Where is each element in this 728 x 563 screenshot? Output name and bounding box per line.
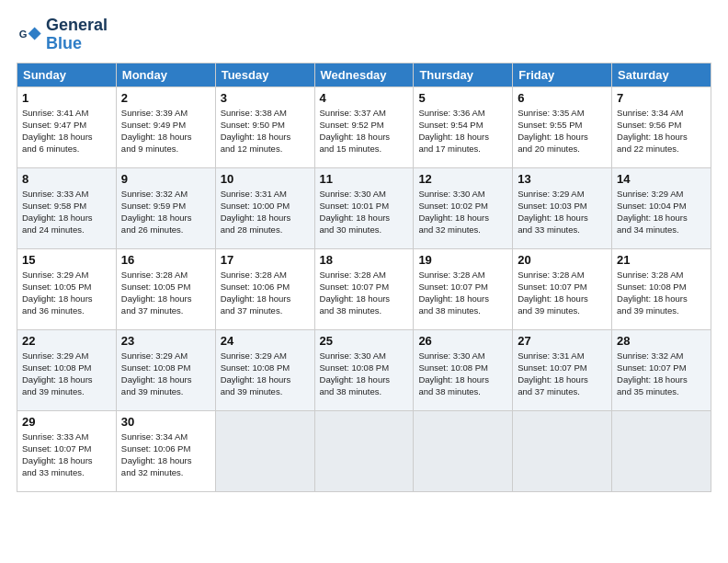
- day-number: 5: [418, 91, 507, 105]
- calendar-cell: 25Sunrise: 3:30 AMSunset: 10:08 PMDaylig…: [314, 329, 414, 410]
- calendar-week-row: 1Sunrise: 3:41 AMSunset: 9:47 PMDaylight…: [17, 86, 711, 167]
- calendar-cell: 22Sunrise: 3:29 AMSunset: 10:08 PMDaylig…: [17, 329, 117, 410]
- calendar-cell: 23Sunrise: 3:29 AMSunset: 10:08 PMDaylig…: [116, 329, 215, 410]
- calendar-header-wednesday: Wednesday: [314, 63, 414, 86]
- cell-info: Sunrise: 3:33 AMSunset: 10:07 PMDaylight…: [22, 431, 111, 479]
- day-number: 17: [221, 253, 310, 267]
- calendar-header-tuesday: Tuesday: [215, 63, 314, 86]
- calendar-header-friday: Friday: [513, 63, 612, 86]
- day-number: 26: [418, 334, 507, 348]
- calendar-cell: [414, 410, 513, 491]
- cell-info: Sunrise: 3:31 AMSunset: 10:07 PMDaylight…: [518, 350, 607, 398]
- cell-info: Sunrise: 3:31 AMSunset: 10:00 PMDaylight…: [221, 188, 310, 236]
- cell-info: Sunrise: 3:29 AMSunset: 10:04 PMDaylight…: [617, 188, 706, 236]
- calendar-cell: 24Sunrise: 3:29 AMSunset: 10:08 PMDaylig…: [215, 329, 314, 410]
- calendar-cell: 5Sunrise: 3:36 AMSunset: 9:54 PMDaylight…: [414, 86, 513, 167]
- cell-info: Sunrise: 3:29 AMSunset: 10:08 PMDaylight…: [221, 350, 310, 398]
- calendar-cell: 12Sunrise: 3:30 AMSunset: 10:02 PMDaylig…: [414, 167, 513, 248]
- cell-info: Sunrise: 3:32 AMSunset: 9:59 PMDaylight:…: [121, 188, 210, 236]
- cell-info: Sunrise: 3:28 AMSunset: 10:05 PMDaylight…: [121, 269, 210, 317]
- svg-text:G: G: [19, 29, 28, 40]
- cell-info: Sunrise: 3:41 AMSunset: 9:47 PMDaylight:…: [22, 107, 111, 155]
- day-number: 21: [617, 253, 706, 267]
- calendar-cell: 18Sunrise: 3:28 AMSunset: 10:07 PMDaylig…: [314, 248, 414, 329]
- logo-text: General Blue: [46, 17, 108, 53]
- calendar-cell: 19Sunrise: 3:28 AMSunset: 10:07 PMDaylig…: [414, 248, 513, 329]
- day-number: 2: [121, 91, 210, 105]
- cell-info: Sunrise: 3:30 AMSunset: 10:01 PMDaylight…: [320, 188, 409, 236]
- day-number: 4: [320, 91, 409, 105]
- cell-info: Sunrise: 3:30 AMSunset: 10:02 PMDaylight…: [418, 188, 507, 236]
- day-number: 28: [617, 334, 706, 348]
- cell-info: Sunrise: 3:39 AMSunset: 9:49 PMDaylight:…: [121, 107, 210, 155]
- calendar-cell: 14Sunrise: 3:29 AMSunset: 10:04 PMDaylig…: [612, 167, 711, 248]
- day-number: 7: [617, 91, 706, 105]
- cell-info: Sunrise: 3:33 AMSunset: 9:58 PMDaylight:…: [22, 188, 111, 236]
- day-number: 20: [518, 253, 607, 267]
- calendar-cell: 7Sunrise: 3:34 AMSunset: 9:56 PMDaylight…: [612, 86, 711, 167]
- cell-info: Sunrise: 3:29 AMSunset: 10:08 PMDaylight…: [22, 350, 111, 398]
- calendar-cell: 9Sunrise: 3:32 AMSunset: 9:59 PMDaylight…: [116, 167, 215, 248]
- calendar-cell: 29Sunrise: 3:33 AMSunset: 10:07 PMDaylig…: [17, 410, 117, 491]
- calendar-week-row: 15Sunrise: 3:29 AMSunset: 10:05 PMDaylig…: [17, 248, 711, 329]
- calendar-table: SundayMondayTuesdayWednesdayThursdayFrid…: [17, 63, 711, 492]
- cell-info: Sunrise: 3:28 AMSunset: 10:07 PMDaylight…: [518, 269, 607, 317]
- day-number: 23: [121, 334, 210, 348]
- calendar-cell: [314, 410, 414, 491]
- day-number: 6: [518, 91, 607, 105]
- calendar-cell: [215, 410, 314, 491]
- cell-info: Sunrise: 3:34 AMSunset: 9:56 PMDaylight:…: [617, 107, 706, 155]
- day-number: 25: [320, 334, 409, 348]
- day-number: 14: [617, 172, 706, 186]
- calendar-cell: 26Sunrise: 3:30 AMSunset: 10:08 PMDaylig…: [414, 329, 513, 410]
- calendar-cell: 15Sunrise: 3:29 AMSunset: 10:05 PMDaylig…: [17, 248, 117, 329]
- cell-info: Sunrise: 3:38 AMSunset: 9:50 PMDaylight:…: [221, 107, 310, 155]
- calendar-header-monday: Monday: [116, 63, 215, 86]
- calendar-cell: 16Sunrise: 3:28 AMSunset: 10:05 PMDaylig…: [116, 248, 215, 329]
- cell-info: Sunrise: 3:37 AMSunset: 9:52 PMDaylight:…: [320, 107, 409, 155]
- day-number: 1: [22, 91, 111, 105]
- day-number: 30: [121, 415, 210, 429]
- cell-info: Sunrise: 3:30 AMSunset: 10:08 PMDaylight…: [320, 350, 409, 398]
- day-number: 19: [418, 253, 507, 267]
- logo-icon: G: [17, 22, 42, 48]
- cell-info: Sunrise: 3:29 AMSunset: 10:05 PMDaylight…: [22, 269, 111, 317]
- day-number: 11: [320, 172, 409, 186]
- day-number: 15: [22, 253, 111, 267]
- calendar-week-row: 8Sunrise: 3:33 AMSunset: 9:58 PMDaylight…: [17, 167, 711, 248]
- calendar-cell: [612, 410, 711, 491]
- day-number: 12: [418, 172, 507, 186]
- logo-line2: Blue: [46, 34, 82, 52]
- cell-info: Sunrise: 3:28 AMSunset: 10:08 PMDaylight…: [617, 269, 706, 317]
- cell-info: Sunrise: 3:36 AMSunset: 9:54 PMDaylight:…: [418, 107, 507, 155]
- calendar-cell: 28Sunrise: 3:32 AMSunset: 10:07 PMDaylig…: [612, 329, 711, 410]
- calendar-header-thursday: Thursday: [414, 63, 513, 86]
- calendar-cell: 6Sunrise: 3:35 AMSunset: 9:55 PMDaylight…: [513, 86, 612, 167]
- cell-info: Sunrise: 3:35 AMSunset: 9:55 PMDaylight:…: [518, 107, 607, 155]
- day-number: 9: [121, 172, 210, 186]
- calendar-cell: 30Sunrise: 3:34 AMSunset: 10:06 PMDaylig…: [116, 410, 215, 491]
- calendar-week-row: 22Sunrise: 3:29 AMSunset: 10:08 PMDaylig…: [17, 329, 711, 410]
- header: G General Blue: [17, 17, 711, 53]
- calendar-cell: 27Sunrise: 3:31 AMSunset: 10:07 PMDaylig…: [513, 329, 612, 410]
- day-number: 3: [221, 91, 310, 105]
- day-number: 16: [121, 253, 210, 267]
- calendar-cell: 17Sunrise: 3:28 AMSunset: 10:06 PMDaylig…: [215, 248, 314, 329]
- cell-info: Sunrise: 3:28 AMSunset: 10:07 PMDaylight…: [320, 269, 409, 317]
- calendar-cell: 20Sunrise: 3:28 AMSunset: 10:07 PMDaylig…: [513, 248, 612, 329]
- cell-info: Sunrise: 3:32 AMSunset: 10:07 PMDaylight…: [617, 350, 706, 398]
- page: G General Blue SundayMondayTuesdayWednes…: [0, 0, 728, 563]
- logo: G General Blue: [17, 17, 108, 53]
- day-number: 22: [22, 334, 111, 348]
- day-number: 18: [320, 253, 409, 267]
- calendar-cell: 21Sunrise: 3:28 AMSunset: 10:08 PMDaylig…: [612, 248, 711, 329]
- calendar-cell: [513, 410, 612, 491]
- day-number: 29: [22, 415, 111, 429]
- calendar-cell: 8Sunrise: 3:33 AMSunset: 9:58 PMDaylight…: [17, 167, 117, 248]
- calendar-week-row: 29Sunrise: 3:33 AMSunset: 10:07 PMDaylig…: [17, 410, 711, 491]
- calendar-cell: 13Sunrise: 3:29 AMSunset: 10:03 PMDaylig…: [513, 167, 612, 248]
- calendar-header-saturday: Saturday: [612, 63, 711, 86]
- calendar-cell: 2Sunrise: 3:39 AMSunset: 9:49 PMDaylight…: [116, 86, 215, 167]
- calendar-cell: 1Sunrise: 3:41 AMSunset: 9:47 PMDaylight…: [17, 86, 117, 167]
- day-number: 24: [221, 334, 310, 348]
